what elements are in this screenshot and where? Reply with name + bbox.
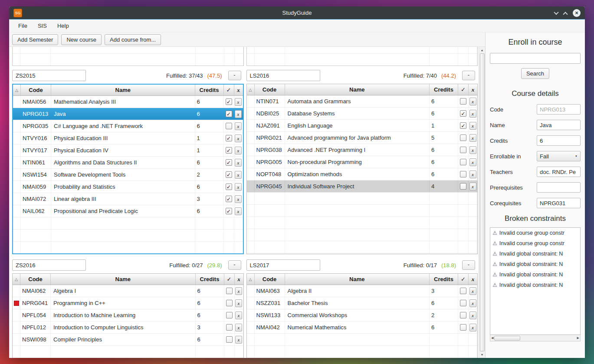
course-fulfilled-checkbox[interactable] [226,336,233,343]
remove-course-button[interactable]: x [469,146,476,154]
remove-course-button[interactable]: x [235,195,242,203]
constraint-item[interactable]: ⚠Invalid global constraint: N [490,269,580,280]
remove-course-button[interactable]: x [235,159,242,167]
course-row[interactable]: NPRG045Individual Software Project4x [247,180,478,193]
course-fulfilled-checkbox[interactable] [460,324,466,331]
course-fulfilled-checkbox[interactable]: ✓ [226,98,232,105]
semester-name-input[interactable] [12,259,86,271]
course-search-input[interactable] [490,53,581,64]
new-course-button[interactable]: New course [61,34,102,45]
constraint-item[interactable]: ⚠Invalid course group constr [490,228,580,238]
remove-semester-button[interactable]: - [462,71,475,80]
remove-course-button[interactable]: x [469,98,476,105]
course-row[interactable]: NPRG005Non-procedural Programming6x [247,156,478,168]
course-row[interactable]: NOPT048Optimization methods6x [247,168,478,180]
window-maximize-icon[interactable] [563,12,568,16]
enrollable-in-select[interactable]: Fall ▼ [537,151,581,161]
course-row[interactable]: NMAI059Probability and Statistics6✓x [13,181,243,193]
window-minimize-icon[interactable] [554,10,558,14]
remove-course-button[interactable]: x [235,98,242,106]
course-fulfilled-checkbox[interactable] [460,312,466,318]
course-fulfilled-checkbox[interactable] [226,288,233,294]
course-fulfilled-checkbox[interactable] [226,312,233,318]
course-fulfilled-checkbox[interactable]: ✓ [460,122,466,129]
semester-name-input[interactable] [246,259,320,271]
course-fulfilled-checkbox[interactable]: ✓ [226,159,232,166]
course-row[interactable]: NPRG021Advanced programming for Java pla… [247,132,478,144]
course-fulfilled-checkbox[interactable]: ✓ [226,147,232,154]
course-fulfilled-checkbox[interactable] [460,98,466,105]
course-fulfilled-checkbox[interactable] [460,183,466,190]
remove-course-button[interactable]: x [469,158,476,166]
course-fulfilled-checkbox[interactable] [226,300,233,306]
course-row[interactable]: NJAZ091English Language1✓x [247,120,478,132]
course-row[interactable]: NMAI072Linear algebra III3✓x [13,193,243,205]
titlebar[interactable]: SG StudyGuide × [9,7,585,20]
scroll-down-arrow-icon[interactable]: ▼ [481,352,484,357]
course-row[interactable]: NSZZ031Bachelor Thesis6x [247,297,478,309]
vertical-scrollbar[interactable]: ▲ ▼ [479,47,485,358]
course-fulfilled-checkbox[interactable] [460,300,466,306]
remove-course-button[interactable]: x [469,110,476,118]
scroll-right-arrow-icon[interactable]: ▶ [577,336,579,341]
course-row[interactable]: NPRG013Java6✓x [13,108,243,120]
remove-course-button[interactable]: x [235,299,242,307]
remove-course-button[interactable]: x [235,171,242,179]
vertical-scrollbar-thumb[interactable] [480,53,485,351]
remove-course-button[interactable]: x [235,336,242,344]
window-close-button[interactable]: × [573,9,581,17]
remove-course-button[interactable]: x [469,312,476,319]
course-fulfilled-checkbox[interactable] [460,159,466,165]
course-fulfilled-checkbox[interactable]: ✓ [226,196,232,202]
remove-course-button[interactable]: x [469,183,476,190]
add-semester-button[interactable]: Add Semester [12,34,58,45]
remove-course-button[interactable]: x [469,287,476,295]
semester-name-input[interactable] [246,70,320,81]
code-input[interactable] [537,104,581,115]
course-fulfilled-checkbox[interactable] [460,171,466,177]
course-fulfilled-checkbox[interactable] [460,288,466,294]
search-button[interactable]: Search [521,68,549,79]
course-fulfilled-checkbox[interactable]: ✓ [226,135,232,141]
course-row[interactable]: NPRG041Programming in C++6x [13,297,243,309]
course-row[interactable]: NAIL062Propositional and Predicate Logic… [13,205,243,217]
course-row[interactable]: NPFL012Introduction to Computer Linguist… [13,321,243,334]
remove-course-button[interactable]: x [235,324,242,331]
remove-semester-button[interactable]: - [462,260,475,270]
course-fulfilled-checkbox[interactable] [226,324,233,331]
teachers-input[interactable] [537,167,581,177]
corequisites-input[interactable] [537,198,581,208]
course-fulfilled-checkbox[interactable]: ✓ [460,110,466,117]
course-fulfilled-checkbox[interactable] [226,123,232,129]
horizontal-scrollbar-thumb[interactable] [494,336,520,341]
course-row[interactable]: NMAI062Algebra I6x [13,285,243,297]
remove-course-button[interactable]: x [235,110,242,118]
course-row[interactable]: NTVY016Physical Education III1✓x [13,132,243,144]
course-row[interactable]: NDBI025Database Systems6✓x [247,108,478,120]
menu-file[interactable]: File [14,21,31,31]
course-row[interactable]: NPFL054Introduction to Machine Learning6… [13,309,243,321]
remove-course-button[interactable]: x [235,287,242,295]
remove-course-button[interactable]: x [235,207,242,215]
constraints-horizontal-scrollbar[interactable]: ◀ ▶ [490,335,581,341]
course-row[interactable]: NMAI056Mathematical Analysis III6✓x [13,96,243,108]
remove-course-button[interactable]: x [469,122,476,130]
course-fulfilled-checkbox[interactable]: ✓ [226,208,232,214]
course-row[interactable]: NTVY017Physical Education IV1✓x [13,144,243,157]
constraint-item[interactable]: ⚠Invalid global constraint: N [490,259,580,269]
course-row[interactable]: NPRG035C# Language and .NET Framework6x [13,120,243,132]
course-row[interactable]: NSWI154Software Development Tools2✓x [13,169,243,181]
remove-semester-button[interactable]: - [228,260,241,270]
add-course-from-button[interactable]: Add course from... [105,34,161,45]
course-fulfilled-checkbox[interactable] [460,134,466,141]
course-fulfilled-checkbox[interactable]: ✓ [226,184,232,190]
remove-course-button[interactable]: x [235,147,242,154]
course-row[interactable]: NTIN071Automata and Grammars6x [247,95,478,108]
scroll-up-arrow-icon[interactable]: ▲ [481,48,484,52]
remove-course-button[interactable]: x [469,324,476,331]
remove-course-button[interactable]: x [469,299,476,307]
name-input[interactable] [537,120,581,130]
menu-help[interactable]: Help [53,21,73,31]
course-row[interactable]: NMAI063Algebra II3x [247,285,478,297]
course-fulfilled-checkbox[interactable]: ✓ [226,171,232,178]
